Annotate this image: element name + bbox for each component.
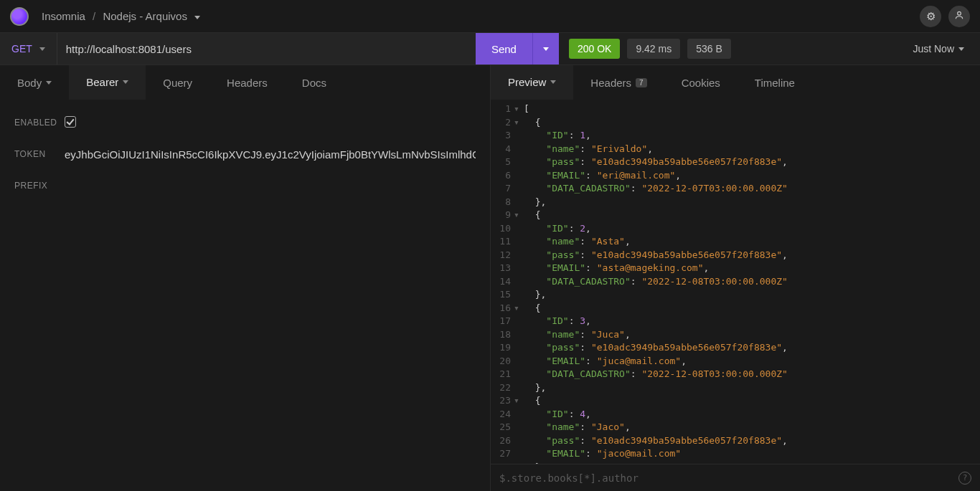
prefix-label: PREFIX (14, 181, 65, 191)
breadcrumb-workspace: Nodejs - Arquivos (103, 10, 187, 22)
settings-button[interactable]: ⚙ (920, 6, 941, 27)
send-dropdown[interactable] (532, 33, 559, 65)
enabled-checkbox[interactable] (65, 116, 76, 128)
tab-auth[interactable]: Bearer (69, 65, 146, 100)
chevron-down-icon (39, 47, 45, 51)
filter-bar: $.store.books[*].author ? (491, 464, 980, 491)
status-badge: 200 OK (569, 39, 620, 59)
tab-preview[interactable]: Preview (491, 65, 573, 100)
tab-docs[interactable]: Docs (285, 65, 344, 100)
tab-body[interactable]: Body (0, 65, 69, 100)
method-selector[interactable]: GET (0, 33, 57, 65)
response-pane: Preview Headers 7 Cookies Timeline 1▾[2▾… (491, 65, 980, 491)
tab-headers[interactable]: Headers (209, 65, 285, 100)
history-dropdown[interactable]: Just Now (907, 43, 970, 54)
breadcrumb[interactable]: Insomnia / Nodejs - Arquivos (42, 10, 200, 22)
filter-input[interactable]: $.store.books[*].author (499, 472, 639, 484)
tab-resp-headers[interactable]: Headers 7 (573, 65, 664, 100)
tab-query[interactable]: Query (146, 65, 209, 100)
help-icon[interactable]: ? (958, 472, 971, 485)
enabled-label: ENABLED (14, 118, 65, 128)
bearer-form: ENABLED TOKEN eyJhbGciOiJIUzI1NiIsInR5cC… (0, 100, 490, 209)
size-badge: 536 B (687, 39, 731, 59)
chevron-down-icon (123, 80, 128, 84)
titlebar: Insomnia / Nodejs - Arquivos ⚙ (0, 0, 980, 32)
token-input[interactable]: eyJhbGciOiJIUzI1NiIsInR5cCI6IkpXVCJ9.eyJ… (65, 148, 476, 161)
tab-timeline[interactable]: Timeline (738, 65, 812, 100)
breadcrumb-app: Insomnia (42, 10, 85, 22)
chevron-down-icon (194, 16, 200, 19)
response-body-viewer[interactable]: 1▾[2▾ {3 "ID": 1,4 "name": "Erivaldo",5 … (491, 100, 980, 464)
send-button[interactable]: Send (476, 33, 532, 65)
app-logo (10, 7, 29, 26)
tab-cookies[interactable]: Cookies (664, 65, 738, 100)
account-button[interactable] (948, 6, 970, 27)
request-pane: Body Bearer Query Headers Docs ENABLED (0, 65, 491, 491)
request-tabs: Body Bearer Query Headers Docs (0, 65, 490, 100)
user-icon (954, 10, 964, 22)
token-label: TOKEN (14, 149, 65, 159)
url-input[interactable]: http://localhost:8081/users (57, 33, 476, 65)
url-bar: GET http://localhost:8081/users Send 200… (0, 32, 980, 65)
response-status-bar: 200 OK 9.42 ms 536 B Just Now (559, 33, 980, 65)
response-tabs: Preview Headers 7 Cookies Timeline (491, 65, 980, 100)
chevron-down-icon (543, 47, 549, 51)
chevron-down-icon (46, 81, 52, 85)
gear-icon: ⚙ (926, 10, 936, 23)
chevron-down-icon (550, 80, 556, 84)
time-badge: 9.42 ms (627, 39, 680, 59)
method-label: GET (11, 43, 32, 54)
chevron-down-icon (958, 47, 964, 51)
svg-point-0 (958, 11, 961, 15)
